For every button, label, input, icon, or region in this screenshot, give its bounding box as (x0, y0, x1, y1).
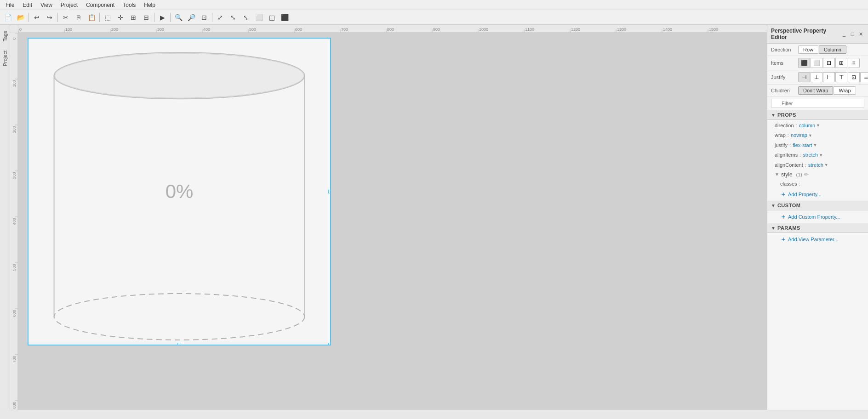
handle-right-center[interactable] (328, 190, 331, 193)
params-section-header[interactable]: ▼ PARAMS (767, 223, 868, 233)
add-custom-label: Add Custom Property... (788, 214, 840, 220)
items-btn-1[interactable]: ⬛ (798, 58, 810, 68)
ruler-top-svg: 0 100 200 300 400 500 600 700 80 (18, 25, 767, 33)
prop-justify-arrow[interactable]: ▼ (813, 142, 817, 148)
svg-text:600: 600 (295, 27, 302, 32)
select-tool[interactable]: ⬚ (102, 11, 114, 23)
copy-button[interactable]: ⎘ (73, 11, 85, 23)
props-section-title: PROPS (777, 112, 796, 118)
handle-bottom-center[interactable] (177, 343, 181, 345)
zoom-out-button[interactable]: 🔎 (185, 11, 197, 23)
new-button[interactable]: 📄 (2, 11, 14, 23)
panel-scroll[interactable]: ▼ PROPS direction : column ▼ wrap : nowr… (767, 110, 868, 410)
redo-button[interactable]: ↪ (44, 11, 56, 23)
filter-input[interactable] (771, 99, 864, 108)
items-label: Items (771, 60, 796, 66)
justify-btn-1[interactable]: ⊣ (798, 72, 810, 82)
add-param-row[interactable]: ＋ Add View Parameter... (767, 234, 868, 245)
tool-d[interactable]: ⬜ (253, 11, 265, 23)
items-btn-2[interactable]: ⬜ (811, 58, 822, 68)
tool-e[interactable]: ◫ (266, 11, 278, 23)
layout-tool-2[interactable]: ⊟ (140, 11, 152, 23)
move-tool[interactable]: ✛ (114, 11, 126, 23)
prop-alignitems-arrow[interactable]: ▼ (819, 153, 823, 159)
menu-component[interactable]: Component (82, 1, 118, 9)
svg-point-55 (54, 294, 305, 340)
justify-btn-3[interactable]: ⊢ (823, 72, 835, 82)
menu-project[interactable]: Project (57, 1, 81, 9)
prop-alignitems-key: alignItems (775, 152, 798, 159)
custom-section-header[interactable]: ▼ CUSTOM (767, 201, 868, 210)
items-btn-4[interactable]: ⊞ (835, 58, 847, 68)
svg-text:0: 0 (12, 37, 17, 40)
justify-btn-4[interactable]: ⊤ (835, 72, 847, 82)
panel-header-btns: _ □ ✕ (840, 30, 864, 38)
tool-c[interactable]: ⤣ (240, 11, 252, 23)
panel-title: Perspective Property Editor (771, 28, 840, 40)
children-nowrap-btn[interactable]: Don't Wrap (798, 86, 833, 95)
handle-bottom-right[interactable] (328, 343, 331, 345)
play-button[interactable]: ▶ (156, 11, 168, 23)
prop-aligncontent-arrow[interactable]: ▼ (824, 162, 828, 168)
main-area: Tags Project 0 100 200 300 400 (0, 25, 868, 410)
panel-restore-btn[interactable]: □ (849, 30, 856, 38)
zoom-in-button[interactable]: 🔍 (172, 11, 184, 23)
children-row: Children Don't Wrap Wrap (767, 85, 868, 97)
svg-text:300: 300 (12, 172, 17, 179)
svg-text:800: 800 (12, 402, 17, 408)
direction-column-btn[interactable]: Column (819, 45, 846, 54)
left-sidebar: Tags Project (0, 25, 10, 410)
add-property-row[interactable]: ＋ Add Property... (767, 189, 868, 200)
canvas-area[interactable]: 0% (18, 33, 767, 410)
items-btn-5[interactable]: ≡ (848, 58, 860, 68)
menu-view[interactable]: View (37, 1, 56, 9)
open-button[interactable]: 📂 (15, 11, 27, 23)
svg-text:0: 0 (19, 27, 22, 32)
panel-minimize-btn[interactable]: _ (840, 30, 848, 38)
prop-wrap: wrap : nowrap ▼ (767, 130, 868, 140)
add-custom-property-row[interactable]: ＋ Add Custom Property... (767, 211, 868, 222)
menu-help[interactable]: Help (140, 1, 159, 9)
ruler-left: 0 100 200 300 400 500 600 700 80 (10, 33, 18, 410)
ruler-left-svg: 0 100 200 300 400 500 600 700 80 (10, 33, 18, 410)
sidebar-tab-tags[interactable]: Tags (0, 27, 10, 45)
panel-close-btn[interactable]: ✕ (857, 30, 864, 38)
direction-label: Direction (771, 47, 796, 52)
prop-classes-key: classes (780, 181, 797, 187)
menu-tools[interactable]: Tools (119, 1, 139, 9)
justify-btn-2[interactable]: ⊥ (811, 72, 822, 82)
prop-alignitems-value: stretch (803, 152, 818, 159)
direction-row-btn[interactable]: Row (798, 45, 818, 54)
layout-tool-1[interactable]: ⊞ (127, 11, 139, 23)
canvas-component[interactable]: 0% (28, 38, 331, 345)
add-param-icon: ＋ (780, 235, 786, 243)
prop-wrap-key: wrap (775, 132, 786, 139)
prop-classes: classes : (767, 179, 868, 189)
tool-b[interactable]: ⤡ (227, 11, 239, 23)
add-param-label: Add View Parameter... (788, 237, 838, 242)
style-edit-icon[interactable]: ✏ (804, 171, 809, 178)
percent-display: 0% (166, 181, 194, 203)
paste-button[interactable]: 📋 (86, 11, 97, 23)
props-section-header[interactable]: ▼ PROPS (767, 110, 868, 120)
undo-button[interactable]: ↩ (31, 11, 43, 23)
zoom-fit-button[interactable]: ⊡ (198, 11, 210, 23)
tool-f[interactable]: ⬛ (279, 11, 291, 23)
prop-wrap-arrow[interactable]: ▼ (808, 133, 812, 139)
params-toggle-icon: ▼ (771, 226, 776, 231)
items-btn-3[interactable]: ⊡ (823, 58, 835, 68)
prop-justify-key: justify (775, 142, 788, 149)
filter-wrapper: 🔍 (771, 99, 864, 108)
tool-a[interactable]: ⤢ (214, 11, 226, 23)
menu-file[interactable]: File (2, 1, 18, 9)
justify-btn-6[interactable]: ≣ (860, 72, 868, 82)
style-expand-icon[interactable]: ▼ (775, 172, 779, 177)
prop-direction-arrow[interactable]: ▼ (816, 123, 820, 129)
children-wrap-btn[interactable]: Wrap (834, 86, 856, 95)
justify-btn-group: ⊣ ⊥ ⊢ ⊤ ⊡ ≣ (798, 72, 868, 82)
menu-edit[interactable]: Edit (19, 1, 36, 9)
cut-button[interactable]: ✂ (60, 11, 72, 23)
justify-btn-5[interactable]: ⊡ (848, 72, 860, 82)
custom-content: ＋ Add Custom Property... (767, 210, 868, 223)
sidebar-tab-project[interactable]: Project (0, 46, 10, 70)
